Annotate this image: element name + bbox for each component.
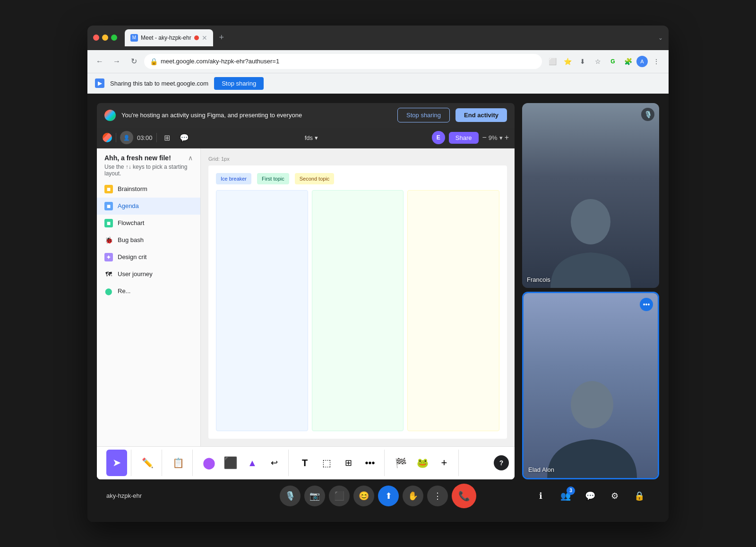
sidebar-item-label: Bug bash: [118, 236, 144, 243]
reload-button[interactable]: ↻: [127, 55, 140, 68]
participants-button[interactable]: 👥 3: [555, 486, 576, 506]
select-tool-button[interactable]: ➤: [106, 450, 127, 476]
end-activity-button[interactable]: End activity: [455, 108, 507, 122]
comment-icon[interactable]: 💬: [178, 131, 191, 144]
address-bar[interactable]: 🔒 meet.google.com/aky-hzpk-ehr?authuser=…: [144, 54, 542, 69]
toolbar-divider-2: [156, 133, 157, 142]
circle-icon: ⬤: [203, 456, 215, 469]
sidebar-item-user-journey[interactable]: 🗺 User journey: [97, 266, 200, 283]
sidebar-item-label: Brainstorm: [118, 185, 147, 192]
pages-icon[interactable]: ⊞: [161, 131, 174, 144]
sidebar-item-flowchart[interactable]: ■ Flowchart: [97, 215, 200, 232]
emoji-reaction-button[interactable]: 😊: [353, 486, 374, 506]
table-tool-button[interactable]: ⊞: [338, 450, 359, 476]
room-code: aky-hzpk-ehr: [106, 492, 142, 499]
camera-button[interactable]: 📷: [304, 486, 325, 506]
cast-icon[interactable]: ⬜: [546, 55, 559, 68]
pen-tool-button[interactable]: ✏️: [137, 450, 158, 476]
main-content: You're hosting an activity using Figma, …: [87, 94, 669, 522]
sidebar-item-re[interactable]: ⬤ Re...: [97, 283, 200, 300]
present-button[interactable]: ⬆: [378, 486, 399, 506]
sidebar-item-bug-bash[interactable]: 🐞 Bug bash: [97, 232, 200, 249]
bookmark-icon[interactable]: ⭐: [561, 55, 574, 68]
canvas-frame-3: [407, 190, 499, 431]
browser-stop-sharing-button[interactable]: Stop sharing: [214, 77, 264, 90]
canvas-label: Grid: 1px: [208, 156, 507, 162]
sidebar-collapse-icon[interactable]: ∧: [188, 154, 193, 162]
minimize-window-button[interactable]: [102, 35, 108, 41]
activities-button[interactable]: ⚙: [604, 486, 625, 506]
pen-icon: ✏️: [142, 457, 154, 469]
elad-more-options-button[interactable]: •••: [640, 298, 653, 311]
profile-avatar[interactable]: A: [636, 56, 648, 67]
sidebar-header-title: Ahh, a fresh new file!: [104, 154, 171, 162]
tab-favicon: M: [130, 34, 138, 42]
sidebar-item-label: Agenda: [118, 202, 139, 209]
figma-share-button[interactable]: Share: [449, 132, 479, 144]
zoom-in-button[interactable]: +: [505, 133, 509, 142]
activity-banner: You're hosting an activity using Figma, …: [97, 103, 515, 128]
url-text: meet.google.com/aky-hzpk-ehr?authuser=1: [161, 58, 279, 65]
emoji-1-icon: 🏁: [395, 457, 407, 469]
rect-icon: ⬛: [223, 456, 238, 469]
star-icon[interactable]: ☆: [591, 55, 604, 68]
tab-close-button[interactable]: ✕: [202, 34, 207, 42]
captions-button[interactable]: ⬛: [329, 486, 350, 506]
figma-app: 👤 03:00 ⊞ 💬 fds ▾ E Share − 9%: [97, 128, 515, 479]
arrow-icon: ➤: [112, 457, 121, 469]
sidebar-item-design-crit[interactable]: ✦ Design crit: [97, 249, 200, 266]
safety-lock-button[interactable]: 🔒: [629, 486, 650, 506]
close-window-button[interactable]: [93, 35, 99, 41]
canvas-frame-2: [312, 190, 404, 431]
raise-hand-button[interactable]: ✋: [403, 486, 423, 506]
figma-menu-icon[interactable]: [103, 133, 112, 142]
extensions-icon[interactable]: 🧩: [621, 55, 635, 68]
download-icon[interactable]: ⬇: [576, 55, 589, 68]
emoji-2-button[interactable]: 🐸: [412, 450, 433, 476]
francois-name-tag: Francois: [527, 276, 550, 283]
active-tab[interactable]: M Meet - aky-hzpk-ehr ✕: [125, 29, 213, 46]
sticky-note-ice-breaker: Ice breaker: [216, 173, 251, 184]
zoom-out-button[interactable]: −: [482, 133, 487, 142]
canvas-frame-1: [216, 190, 308, 431]
help-button[interactable]: ?: [494, 455, 509, 470]
triangle-tool-button[interactable]: ▲: [242, 450, 263, 476]
more-options-button[interactable]: ⋮: [427, 486, 448, 506]
traffic-lights: [93, 35, 117, 41]
emoji-1-button[interactable]: 🏁: [390, 450, 411, 476]
more-tools-button[interactable]: •••: [360, 450, 380, 476]
plus-icon: +: [441, 457, 447, 469]
sidebar-item-label: User journey: [118, 270, 153, 278]
maximize-window-button[interactable]: [111, 35, 117, 41]
back-button[interactable]: ←: [93, 55, 106, 68]
sticky-note-tool-button[interactable]: 📋: [168, 450, 189, 476]
sidebar-item-agenda[interactable]: ■ Agenda: [97, 198, 200, 215]
arrow-tool-button[interactable]: ↩: [264, 450, 284, 476]
forward-button[interactable]: →: [110, 55, 123, 68]
meet-area: You're hosting an activity using Figma, …: [97, 103, 659, 479]
add-emoji-button[interactable]: +: [434, 450, 455, 476]
zoom-dropdown-icon[interactable]: ▾: [499, 134, 503, 141]
chat-button[interactable]: 💬: [580, 486, 601, 506]
curved-arrow-icon: ↩: [271, 458, 278, 468]
shape-tools-2: ⬤ ⬛ ▲ ↩: [195, 450, 289, 476]
ellipsis-icon: •••: [365, 458, 375, 469]
menu-icon[interactable]: ⋮: [650, 55, 663, 68]
stop-sharing-button[interactable]: Stop sharing: [397, 108, 450, 122]
emoji-tools: 🏁 🐸 +: [387, 450, 459, 476]
recording-indicator: [194, 35, 199, 40]
end-call-button[interactable]: 📞: [452, 484, 476, 508]
new-tab-button[interactable]: +: [215, 31, 228, 44]
meeting-info-button[interactable]: ℹ: [531, 486, 551, 506]
figma-canvas[interactable]: Grid: 1px Ice breaker First topic Second…: [201, 148, 515, 446]
text-tool-button[interactable]: T: [294, 450, 315, 476]
circle-tool-button[interactable]: ⬤: [198, 450, 219, 476]
microphone-button[interactable]: 🎙️: [280, 486, 301, 506]
frame-tool-button[interactable]: ⬚: [316, 450, 337, 476]
toolbar-divider-1: [116, 133, 116, 142]
rect-tool-button[interactable]: ⬛: [220, 450, 241, 476]
svg-point-0: [571, 199, 610, 244]
sidebar-item-brainstorm[interactable]: ■ Brainstorm: [97, 181, 200, 198]
elad-video-bg: [524, 293, 658, 478]
tab-bar: M Meet - aky-hzpk-ehr ✕ +: [125, 29, 654, 46]
